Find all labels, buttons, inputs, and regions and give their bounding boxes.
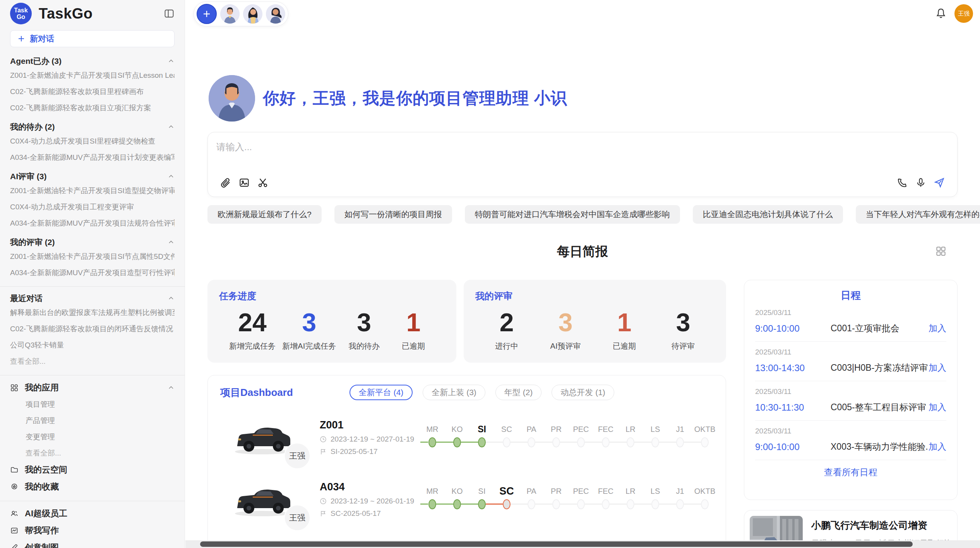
sidebar-item[interactable]: A034-全新新能源MUV产品开发项目计划变更表编写: [10, 149, 175, 166]
sidebar-view-all-apps[interactable]: 查看全部...: [26, 445, 175, 461]
sidebar-item-favorites[interactable]: 我的收藏: [10, 478, 175, 495]
avatar[interactable]: [266, 4, 285, 24]
milestone-dot: [478, 499, 486, 509]
sidebar-item[interactable]: A034-全新新能源MUV产品开发项目造型可行性评审: [10, 265, 175, 281]
sidebar-item[interactable]: 解释最新出台的欧盟报废车法规再生塑料比例被调至15%...: [10, 305, 175, 321]
milestone: J1: [668, 485, 692, 513]
view-all-schedule-link[interactable]: 查看所有日程: [755, 466, 946, 478]
sidebar-item[interactable]: C0X4-动力总成开发项目SI里程碑提交物检查: [10, 133, 175, 149]
milestone: PR: [544, 423, 569, 451]
milestone-dot: [602, 437, 610, 447]
project-row[interactable]: 王强 A034 2023-12-19 ~ 2026-01-19 SC-2025-…: [220, 478, 713, 521]
suggestion-chip[interactable]: 欧洲新规最近颁布了什么?: [207, 205, 322, 224]
chevron-up-icon[interactable]: [168, 173, 175, 180]
schedule-event-title: X003-车辆动力学性能验...: [831, 441, 929, 453]
chevron-up-icon[interactable]: [168, 295, 175, 302]
milestone-dot: [453, 437, 461, 447]
project-image: 王强: [230, 480, 294, 519]
send-icon[interactable]: [930, 175, 949, 190]
join-link[interactable]: 加入: [929, 362, 946, 374]
suggestion-chip[interactable]: 如何写一份清晰的项目周报: [334, 205, 452, 224]
user-avatar[interactable]: 王强: [954, 4, 973, 23]
schedule-date: 2025/03/11: [755, 348, 946, 356]
chevron-up-icon[interactable]: [168, 384, 175, 391]
milestone-dot: [528, 499, 535, 509]
layout-grid-icon[interactable]: [935, 245, 947, 257]
stat-label: 待评审: [672, 341, 695, 351]
project-dashboard-card: 项目Dashboard 全新平台 (4) 全新上装 (3) 年型 (2) 动总开…: [207, 375, 726, 548]
sidebar-section-agent-done: Agent已办 (3) Z001-全新燃油皮卡产品开发项目SI节点Lesson …: [10, 55, 175, 116]
sidebar-item[interactable]: Z001-全新燃油轻卡产品开发项目SI节点属性5D文件评审: [10, 248, 175, 265]
milestone: LS: [643, 423, 668, 451]
plus-icon: [17, 35, 25, 43]
filter-chip[interactable]: 年型 (2): [495, 385, 542, 400]
milestone-dot: [651, 437, 659, 447]
microphone-icon[interactable]: [911, 175, 930, 190]
sidebar-item-creative-drawing[interactable]: 创意制图: [10, 539, 175, 548]
add-conversation-button[interactable]: [197, 4, 217, 24]
schedule-time: 10:30-11:30: [755, 402, 831, 413]
sidebar-item[interactable]: C0X4-动力总成开发项目工程变更评审: [10, 199, 175, 215]
filter-chip[interactable]: 动总开发 (1): [552, 385, 614, 400]
milestone: PR: [544, 485, 569, 513]
schedule-event-title: C005-整车工程目标评审: [831, 401, 929, 413]
suggestion-chip[interactable]: 特朗普可能对进口汽车增税会对中国车企造成哪些影响: [465, 205, 680, 224]
join-link[interactable]: 加入: [929, 322, 946, 334]
stat: 3 AI预评审: [544, 305, 587, 351]
filter-chip[interactable]: 全新上装 (3): [423, 385, 485, 400]
sidebar-item-project-mgmt[interactable]: 项目管理: [26, 396, 175, 413]
sidebar-item-cloud-space[interactable]: 我的云空间: [10, 461, 175, 478]
project-row[interactable]: 王强 Z001 2023-12-19 ~ 2027-01-19 SI-2025-…: [220, 416, 713, 459]
sidebar-item[interactable]: C02-飞腾新能源轻客改款项目立项汇报方案: [10, 100, 175, 116]
section-title: 我的待办 (2): [10, 122, 55, 132]
chevron-up-icon[interactable]: [168, 239, 175, 246]
project-flag-date: SI-2025-05-17: [331, 447, 377, 456]
sidebar-item[interactable]: Z001-全新燃油轻卡产品开发项目SI造型提交物评审: [10, 183, 175, 199]
daily-brief-header: 每日简报: [207, 243, 958, 260]
sidebar-item-ai-super-staff[interactable]: AI超级员工: [10, 505, 175, 522]
avatar[interactable]: [243, 4, 262, 24]
voice-call-icon[interactable]: [893, 175, 911, 190]
sidebar-item-change-mgmt[interactable]: 变更管理: [26, 429, 175, 445]
sidebar-item[interactable]: C02-飞腾新能源轻客改款项目里程碑画布: [10, 84, 175, 100]
milestone: FEC: [593, 485, 618, 513]
suggestion-chip[interactable]: 当下年轻人对汽车外观有怎样的喜好趋势: [856, 205, 980, 224]
attachment-icon[interactable]: [216, 175, 235, 190]
sidebar-item-product-mgmt[interactable]: 产品管理: [26, 413, 175, 429]
milestone-track: MR KO SI SC PA PR PEC FEC LR LS J1 OKTB: [420, 423, 717, 451]
stat-value: 24: [238, 305, 266, 340]
milestone-dot: [428, 499, 436, 509]
milestone: PA: [519, 423, 544, 451]
sidebar-view-all-recent[interactable]: 查看全部...: [10, 353, 175, 370]
milestone: KO: [445, 485, 469, 513]
sidebar-item[interactable]: Z001-全新燃油皮卡产品开发项目SI节点Lesson Learn报告: [10, 67, 175, 84]
sidebar-item-help-me-write[interactable]: 帮我写作: [10, 522, 175, 539]
new-chat-button[interactable]: 新对话: [10, 30, 175, 47]
horizontal-scrollbar-thumb[interactable]: [200, 541, 913, 547]
sidebar-collapse-icon[interactable]: [164, 8, 175, 19]
sidebar-item-my-apps[interactable]: 我的应用: [10, 379, 175, 396]
sidebar-item-label: 我的云空间: [25, 464, 67, 476]
notification-bell-icon[interactable]: [935, 7, 947, 19]
stat: 1 已逾期: [392, 305, 435, 351]
scissors-icon[interactable]: [254, 175, 272, 190]
image-upload-icon[interactable]: [235, 175, 254, 190]
section-title: AI评审 (3): [10, 171, 47, 182]
composer: [207, 132, 958, 197]
sidebar-item[interactable]: C02-飞腾新能源轻客改款项目的闭环通告反馈情况: [10, 321, 175, 337]
stat-value: 3: [559, 305, 573, 340]
join-link[interactable]: 加入: [929, 441, 946, 453]
filter-chip[interactable]: 全新平台 (4): [350, 385, 413, 400]
sidebar-item[interactable]: 公司Q3轻卡销量: [10, 337, 175, 353]
join-link[interactable]: 加入: [929, 401, 946, 413]
chevron-up-icon[interactable]: [168, 58, 175, 65]
sidebar-item[interactable]: A034-全新新能源MUV产品开发项目法规符合性评审: [10, 215, 175, 231]
message-input[interactable]: [216, 142, 949, 152]
suggestion-chip[interactable]: 比亚迪全固态电池计划具体说了什么: [693, 205, 843, 224]
sidebar-item-label: AI超级员工: [25, 508, 67, 519]
star-badge-icon: [10, 483, 19, 491]
stat-value: 3: [302, 305, 316, 340]
avatar[interactable]: [220, 4, 240, 24]
chevron-up-icon[interactable]: [168, 123, 175, 130]
milestone: PA: [519, 485, 544, 513]
